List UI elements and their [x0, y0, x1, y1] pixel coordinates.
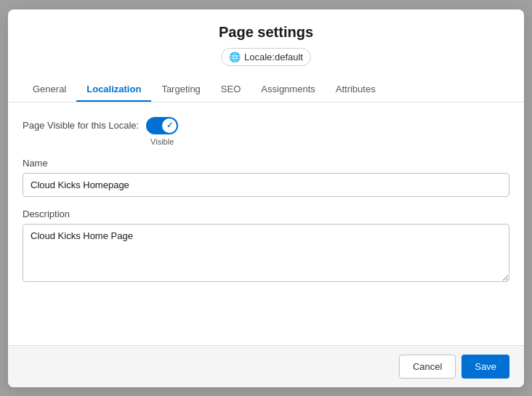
description-field-row: Description Cloud Kicks Home Page — [23, 209, 509, 285]
check-icon: ✓ — [166, 121, 173, 130]
tab-assignments[interactable]: Assignments — [251, 78, 325, 102]
page-settings-modal: Page settings 🌐 Locale:default General L… — [8, 9, 524, 387]
tabs-nav: General Localization Targeting SEO Assig… — [23, 78, 509, 102]
visible-toggle-wrapper: ✓ Visible — [146, 117, 178, 146]
visible-field-row: Page Visible for this Locale: ✓ Visible — [23, 117, 509, 146]
locale-badge[interactable]: 🌐 Locale:default — [221, 48, 311, 66]
tab-seo[interactable]: SEO — [211, 78, 251, 102]
locale-label: Locale:default — [244, 52, 303, 62]
modal-body: Page Visible for this Locale: ✓ Visible … — [8, 102, 524, 345]
name-label: Name — [23, 158, 509, 169]
tab-targeting[interactable]: Targeting — [151, 78, 210, 102]
page-title: Page settings — [23, 24, 509, 41]
name-field-row: Name — [23, 158, 509, 197]
toggle-text-label: Visible — [150, 137, 174, 146]
tab-attributes[interactable]: Attributes — [326, 78, 386, 102]
description-input[interactable]: Cloud Kicks Home Page — [23, 224, 509, 282]
cancel-button[interactable]: Cancel — [399, 355, 456, 379]
description-label: Description — [23, 209, 509, 219]
modal-overlay: Page settings 🌐 Locale:default General L… — [0, 0, 532, 396]
toggle-knob: ✓ — [162, 118, 177, 133]
globe-icon: 🌐 — [229, 52, 241, 62]
save-button[interactable]: Save — [462, 355, 509, 379]
visible-toggle[interactable]: ✓ — [146, 117, 178, 134]
modal-header: Page settings 🌐 Locale:default General L… — [8, 9, 524, 102]
name-input[interactable] — [23, 173, 509, 197]
modal-footer: Cancel Save — [8, 345, 524, 387]
tab-localization[interactable]: Localization — [76, 78, 151, 102]
visible-label: Page Visible for this Locale: — [23, 117, 139, 131]
tab-general[interactable]: General — [23, 78, 76, 102]
